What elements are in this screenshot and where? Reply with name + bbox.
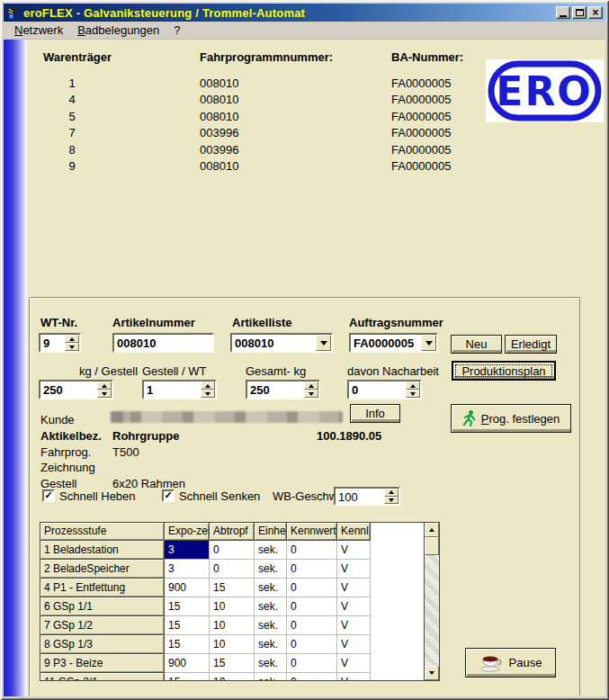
dropdown-arrow-icon[interactable]: [421, 335, 436, 351]
process-column-header[interactable]: Prozessstufe: [40, 523, 165, 541]
scroll-up-icon[interactable]: [425, 523, 439, 537]
pause-button[interactable]: Pause: [465, 648, 556, 678]
auftragsnummer-combobox[interactable]: FA0000005: [349, 333, 438, 353]
process-stage-cell[interactable]: 1 Beladestation: [40, 541, 165, 560]
spin-down-icon[interactable]: [97, 390, 112, 398]
process-cell[interactable]: 0: [287, 616, 337, 635]
process-cell[interactable]: V: [337, 579, 371, 597]
process-cell[interactable]: 0: [287, 597, 337, 616]
menu-help[interactable]: ?: [166, 22, 187, 38]
process-stage-cell[interactable]: 7 GSp 1/2: [40, 616, 165, 635]
process-cell[interactable]: 0: [210, 560, 255, 579]
process-cell[interactable]: sek.: [255, 616, 287, 635]
menu-badbelegungen[interactable]: Badbelegungen: [70, 22, 166, 38]
process-column-header[interactable]: Kennl.: [337, 523, 371, 541]
process-column-header[interactable]: Kennwert: [287, 523, 337, 541]
spin-up-icon[interactable]: [406, 381, 420, 390]
process-cell[interactable]: 15: [165, 673, 210, 681]
process-cell[interactable]: 0: [287, 560, 337, 579]
process-cell[interactable]: 0: [287, 654, 337, 673]
process-cell[interactable]: 15: [165, 635, 210, 654]
menu-netzwerk[interactable]: Netzwerk: [7, 22, 70, 38]
wt-nr-spinner[interactable]: 9: [39, 333, 81, 353]
process-cell[interactable]: 15: [165, 597, 210, 616]
kg-gestell-spinner[interactable]: 250: [39, 380, 113, 399]
spin-down-icon[interactable]: [304, 390, 318, 398]
process-column-header[interactable]: Expo-zeit: [165, 523, 210, 541]
process-cell[interactable]: V: [337, 541, 371, 560]
process-cell[interactable]: 0: [287, 579, 337, 597]
process-cell[interactable]: sek.: [255, 654, 287, 673]
carrier-cell: FA0000005: [391, 142, 452, 158]
process-stage-cell[interactable]: 6 GSp 1/1: [40, 597, 165, 616]
neu-button[interactable]: Neu: [451, 335, 502, 354]
process-cell[interactable]: V: [337, 616, 371, 635]
scroll-down-icon[interactable]: [425, 666, 439, 680]
spin-down-icon[interactable]: [384, 497, 399, 505]
process-cell[interactable]: sek.: [255, 560, 287, 579]
process-cell[interactable]: 10: [210, 673, 255, 681]
artikelnummer-input[interactable]: 008010: [112, 333, 214, 353]
process-stage-cell[interactable]: 4 P1 - Entfettung: [40, 579, 165, 597]
process-stage-cell[interactable]: 9 P3 - Beize: [40, 654, 165, 673]
process-cell[interactable]: sek.: [255, 673, 287, 681]
process-cell[interactable]: sek.: [255, 597, 287, 616]
process-cell[interactable]: 15: [210, 654, 255, 673]
info-button[interactable]: Info: [350, 404, 400, 423]
dropdown-arrow-icon[interactable]: [316, 335, 331, 351]
process-cell[interactable]: 15: [210, 579, 255, 597]
process-stage-cell[interactable]: 11 GSp 2/1: [40, 673, 165, 681]
process-cell[interactable]: V: [337, 673, 371, 681]
artikelnummer-value: 008010: [114, 335, 212, 351]
process-cell[interactable]: sek.: [255, 541, 287, 560]
process-cell[interactable]: 900: [165, 654, 210, 673]
process-stage-cell[interactable]: 8 GSp 1/3: [40, 635, 165, 654]
schnell-heben-checkbox[interactable]: [42, 489, 55, 502]
spin-down-icon[interactable]: [201, 390, 215, 398]
spin-up-icon[interactable]: [65, 335, 79, 343]
process-cell[interactable]: 15: [165, 616, 210, 635]
nacharbeit-spinner[interactable]: 0: [347, 380, 422, 399]
maximize-button[interactable]: [572, 6, 587, 19]
process-row: 7 GSp 1/21510sek.0V: [40, 616, 439, 635]
process-cell[interactable]: 10: [210, 635, 255, 654]
process-cell[interactable]: sek.: [255, 635, 287, 654]
process-cell[interactable]: V: [337, 635, 371, 654]
process-cell[interactable]: 0: [210, 541, 255, 560]
produktionsplan-button[interactable]: Produktionsplan: [452, 361, 556, 381]
artikelnummer-label: Artikelnummer: [112, 316, 195, 329]
process-cell[interactable]: 3: [165, 541, 210, 560]
process-cell[interactable]: V: [337, 654, 371, 673]
erledigt-button[interactable]: Erledigt: [505, 335, 557, 354]
process-column-header[interactable]: Einheit: [255, 523, 287, 541]
process-cell[interactable]: 3: [165, 560, 210, 579]
gestell-wt-spinner[interactable]: 1: [142, 380, 217, 399]
spin-up-icon[interactable]: [97, 381, 112, 390]
process-stage-cell[interactable]: 2 BeladeSpeicher: [40, 560, 165, 579]
prog-festlegen-button[interactable]: Prog. festlegen: [451, 404, 571, 433]
process-cell[interactable]: 0: [287, 673, 337, 681]
process-column-header[interactable]: Abtropf: [210, 523, 255, 541]
schnell-senken-checkbox[interactable]: [162, 489, 175, 502]
process-cell[interactable]: V: [337, 597, 371, 616]
minimize-button[interactable]: [556, 6, 570, 19]
wb-geschw-spinner[interactable]: 100: [334, 487, 400, 506]
artikelliste-combobox[interactable]: 008010: [230, 333, 333, 353]
carrier-cell: FA0000005: [391, 158, 452, 175]
process-cell[interactable]: 10: [210, 616, 255, 635]
process-cell[interactable]: 0: [287, 635, 337, 654]
spin-down-icon[interactable]: [65, 343, 79, 351]
gesamt-kg-spinner[interactable]: 250: [246, 380, 320, 399]
process-cell[interactable]: 900: [165, 579, 210, 597]
spin-up-icon[interactable]: [201, 381, 215, 390]
process-cell[interactable]: 0: [287, 541, 337, 560]
process-cell[interactable]: sek.: [255, 579, 287, 597]
spin-up-icon[interactable]: [384, 489, 399, 497]
scrollbar-thumb[interactable]: [425, 537, 439, 555]
vertical-scrollbar[interactable]: [424, 523, 439, 680]
spin-down-icon[interactable]: [406, 390, 420, 398]
spin-up-icon[interactable]: [304, 381, 318, 390]
process-cell[interactable]: V: [337, 560, 371, 579]
process-cell[interactable]: 10: [210, 597, 255, 616]
close-button[interactable]: ×: [588, 6, 603, 19]
